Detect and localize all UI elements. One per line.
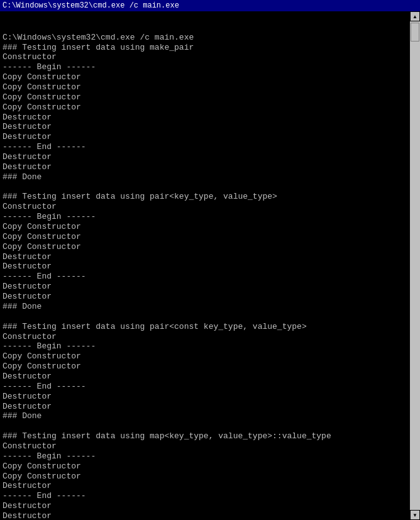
terminal-line: Copy Constructor xyxy=(3,72,407,82)
terminal-line xyxy=(3,312,407,322)
terminal-line: ------ Begin ------ xyxy=(3,212,407,222)
terminal-line: Copy Constructor xyxy=(3,362,407,372)
terminal-line: Destructor xyxy=(3,152,407,162)
terminal-line: Destructor xyxy=(3,122,407,132)
terminal-line: Destructor xyxy=(3,481,407,491)
title-bar: C:\Windows\system32\cmd.exe /c main.exe xyxy=(0,0,420,11)
terminal-line: ### Done xyxy=(3,172,407,182)
terminal-line xyxy=(3,421,407,431)
terminal-line: Destructor xyxy=(3,292,407,302)
scrollbar-arrow-down[interactable]: ▼ xyxy=(410,510,420,520)
scrollbar-arrow-up[interactable]: ▲ xyxy=(410,11,420,21)
terminal-line: Constructor xyxy=(3,332,407,342)
terminal-line: ------ End ------ xyxy=(3,142,407,152)
terminal-line: Destructor xyxy=(3,132,407,142)
terminal-line: ------ Begin ------ xyxy=(3,451,407,462)
terminal-line: Destructor xyxy=(3,262,407,272)
terminal-line: ### Testing insert data using pair<const… xyxy=(3,322,407,332)
terminal-line: Destructor xyxy=(3,162,407,172)
terminal-line: Copy Constructor xyxy=(3,462,407,472)
terminal-window: C:\Windows\system32\cmd.exe /c main.exe … xyxy=(0,0,420,520)
terminal-line: Copy Constructor xyxy=(3,102,407,113)
terminal-line: ------ Begin ------ xyxy=(3,341,407,351)
terminal-line: ### Testing insert data using pair<key_t… xyxy=(3,192,407,202)
scrollbar-track[interactable]: ▲ ▼ xyxy=(410,11,420,520)
terminal-line: Destructor xyxy=(3,113,407,123)
terminal-line: Constructor xyxy=(3,441,407,451)
terminal-line: ------ End ------ xyxy=(3,491,407,501)
terminal-line: Destructor xyxy=(3,282,407,292)
terminal-line: Copy Constructor xyxy=(3,92,407,102)
terminal-line: ### Testing insert data using map<key_ty… xyxy=(3,431,407,441)
terminal-line: Destructor xyxy=(3,501,407,511)
terminal-line: Copy Constructor xyxy=(3,242,407,252)
terminal-line xyxy=(3,182,407,192)
terminal-line: Destructor xyxy=(3,402,407,412)
terminal-line: Copy Constructor xyxy=(3,222,407,232)
terminal-line: Copy Constructor xyxy=(3,472,407,482)
title-text: C:\Windows\system32\cmd.exe /c main.exe xyxy=(3,1,179,10)
scrollbar-thumb[interactable] xyxy=(411,23,419,41)
terminal-line: Destructor xyxy=(3,252,407,262)
terminal-line: ------ End ------ xyxy=(3,272,407,282)
content-area: C:\Windows\system32\cmd.exe /c main.exe#… xyxy=(0,11,420,520)
terminal-line: ### Done xyxy=(3,302,407,312)
terminal-line: C:\Windows\system32\cmd.exe /c main.exe xyxy=(3,33,407,43)
terminal-line: ### Testing insert data using make_pair xyxy=(3,43,407,53)
terminal-line: ------ End ------ xyxy=(3,382,407,392)
terminal-line: ### Done xyxy=(3,411,407,421)
terminal-line: Destructor xyxy=(3,511,407,520)
terminal-line: Copy Constructor xyxy=(3,232,407,242)
terminal-line: Destructor xyxy=(3,392,407,402)
terminal-line: Destructor xyxy=(3,372,407,382)
terminal-line: Constructor xyxy=(3,52,407,62)
terminal-line: Constructor xyxy=(3,202,407,212)
terminal-line: ------ Begin ------ xyxy=(3,62,407,72)
terminal-line: Copy Constructor xyxy=(3,351,407,362)
terminal-line: Copy Constructor xyxy=(3,82,407,92)
